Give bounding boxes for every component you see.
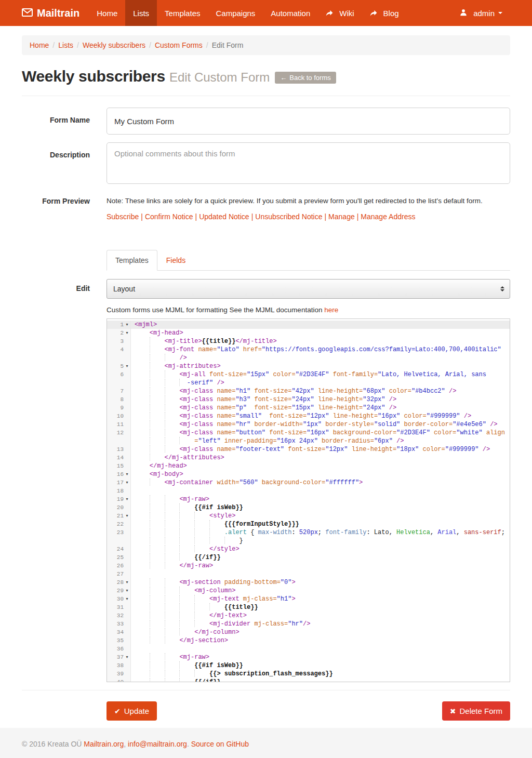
code-line[interactable]: <mj-title>{{title}}</mj-title>: [131, 337, 510, 345]
breadcrumb-item-home[interactable]: Home: [30, 41, 49, 49]
preview-link-manage-address[interactable]: Manage Address: [361, 212, 415, 221]
description-textarea[interactable]: [107, 142, 510, 184]
code-row-24[interactable]: 24</style>: [107, 545, 510, 553]
code-line[interactable]: <mj-text mj-class="h1">: [131, 595, 510, 603]
footer-link-source-on-github[interactable]: Source on GitHub: [191, 740, 249, 748]
code-row-17[interactable]: 17▾<mj-container width="560" background-…: [107, 478, 510, 487]
nav-item-campaigns[interactable]: Campaigns: [208, 0, 263, 26]
code-editor[interactable]: 1▾<mjml>2▾<mj-head>3<mj-title>{{title}}<…: [107, 318, 510, 682]
code-row-4[interactable]: 4<mj-font name="Lato" href="https://font…: [107, 345, 510, 354]
fold-toggle-icon[interactable]: ▾: [124, 329, 130, 337]
code-line[interactable]: <mj-section padding-bottom="0">: [131, 578, 510, 587]
breadcrumb-item-weekly-subscribers[interactable]: Weekly subscribers: [83, 41, 145, 49]
code-row-12[interactable]: 12<mj-class name="button" font-size="16p…: [107, 429, 510, 437]
code-line[interactable]: {{{formInputStyle}}}: [131, 520, 510, 528]
delete-form-button[interactable]: ✖Delete Form: [442, 701, 510, 721]
code-line[interactable]: ="left" inner-padding="16px 24px" border…: [131, 437, 510, 445]
code-row-5[interactable]: 5▾<mj-attributes>: [107, 362, 510, 370]
code-line[interactable]: <mj-class name="h1" font-size="42px" lin…: [131, 387, 510, 395]
preview-link-unsubscribed-notice[interactable]: Unsubscribed Notice: [255, 212, 322, 221]
code-line[interactable]: {{title}}: [131, 603, 510, 611]
code-row-23[interactable]: 23.alert { max-width: 520px; font-family…: [107, 528, 510, 537]
code-row-22[interactable]: 22{{{formInputStyle}}}: [107, 520, 510, 528]
update-button[interactable]: ✔Update: [107, 701, 157, 721]
code-line[interactable]: <style>: [131, 512, 510, 520]
form-name-input[interactable]: [107, 108, 510, 135]
code-line[interactable]: <mj-class name="p" font-size="15px" line…: [131, 404, 510, 412]
code-row-34[interactable]: 34</mj-column>: [107, 628, 510, 636]
code-line[interactable]: <mj-column>: [131, 587, 510, 595]
code-row-18[interactable]: 18: [107, 487, 510, 495]
code-row-wrap[interactable]: -serif" />: [107, 379, 510, 387]
code-row-14[interactable]: 14</mj-attributes>: [107, 454, 510, 462]
code-row-32[interactable]: 32</mj-text>: [107, 611, 510, 620]
code-row-20[interactable]: 20{{#if isWeb}}: [107, 503, 510, 512]
fold-toggle-icon[interactable]: ▾: [124, 495, 130, 503]
back-to-forms-button[interactable]: ←Back to forms: [275, 72, 336, 84]
code-line[interactable]: <mj-raw>: [131, 495, 510, 503]
code-line[interactable]: [131, 645, 510, 653]
code-row-29[interactable]: 29▾<mj-column>: [107, 587, 510, 595]
code-row-27[interactable]: 27: [107, 570, 510, 578]
code-row-33[interactable]: 33<mj-divider mj-class="hr"/>: [107, 620, 510, 628]
user-menu[interactable]: admin: [452, 0, 510, 26]
code-line[interactable]: -serif" />: [131, 379, 510, 387]
code-line[interactable]: }: [131, 537, 510, 545]
code-row-wrap[interactable]: ="left" inner-padding="16px 24px" border…: [107, 437, 510, 445]
code-line[interactable]: </mj-column>: [131, 628, 510, 636]
code-line[interactable]: </mj-head>: [131, 462, 510, 470]
code-line[interactable]: </mj-text>: [131, 611, 510, 620]
code-row-wrap[interactable]: }: [107, 537, 510, 545]
code-row-36[interactable]: 36: [107, 645, 510, 653]
nav-item-blog[interactable]: Blog: [362, 0, 407, 26]
code-line[interactable]: {{#if isWeb}}: [131, 661, 510, 670]
code-line[interactable]: <mj-container width="560" background-col…: [131, 478, 510, 487]
code-line[interactable]: <mj-body>: [131, 470, 510, 478]
code-row-8[interactable]: 8<mj-class name="h3" font-size="24px" li…: [107, 395, 510, 404]
nav-item-home[interactable]: Home: [89, 0, 125, 26]
fold-toggle-icon[interactable]: ▾: [124, 470, 130, 478]
preview-link-subscribe[interactable]: Subscribe: [107, 212, 139, 221]
code-row-wrap[interactable]: />: [107, 354, 510, 362]
code-line[interactable]: <mj-head>: [131, 329, 510, 337]
code-line[interactable]: <mj-all font-size="15px" color="#2D3E4F"…: [131, 370, 510, 379]
code-line[interactable]: {{> subscription_flash_messages}}: [131, 670, 510, 678]
mjml-doc-link[interactable]: here: [324, 306, 338, 314]
fold-toggle-icon[interactable]: ▾: [124, 578, 130, 587]
code-line[interactable]: <mjml>: [131, 321, 510, 329]
code-line[interactable]: <mj-class name="small" font-size="12px" …: [131, 412, 510, 420]
code-row-15[interactable]: 15</mj-head>: [107, 462, 510, 470]
code-row-9[interactable]: 9<mj-class name="p" font-size="15px" lin…: [107, 404, 510, 412]
code-line[interactable]: </style>: [131, 545, 510, 553]
footer-link-info-mailtrain-org[interactable]: info@mailtrain.org: [128, 740, 187, 748]
code-row-35[interactable]: 35</mj-section>: [107, 636, 510, 645]
code-row-37[interactable]: 37▾<mj-raw>: [107, 653, 510, 661]
code-row-10[interactable]: 10<mj-class name="small" font-size="12px…: [107, 412, 510, 420]
code-row-7[interactable]: 7<mj-class name="h1" font-size="42px" li…: [107, 387, 510, 395]
preview-link-confirm-notice[interactable]: Confirm Notice: [145, 212, 193, 221]
code-row-31[interactable]: 31{{title}}: [107, 603, 510, 611]
code-row-25[interactable]: 25{{/if}}: [107, 553, 510, 562]
code-line[interactable]: </mj-section>: [131, 636, 510, 645]
code-line[interactable]: [131, 487, 510, 495]
code-row-2[interactable]: 2▾<mj-head>: [107, 329, 510, 337]
code-line[interactable]: <mj-raw>: [131, 653, 510, 661]
code-line[interactable]: </mj-attributes>: [131, 454, 510, 462]
code-line[interactable]: />: [131, 354, 510, 362]
code-line[interactable]: <mj-class name="h3" font-size="24px" lin…: [131, 395, 510, 404]
fold-toggle-icon[interactable]: ▾: [124, 478, 130, 487]
code-row-3[interactable]: 3<mj-title>{{title}}</mj-title>: [107, 337, 510, 345]
code-row-6[interactable]: 6<mj-all font-size="15px" color="#2D3E4F…: [107, 370, 510, 379]
brand[interactable]: Mailtrain: [22, 0, 79, 26]
code-line[interactable]: {{/if}}: [131, 678, 510, 682]
code-row-19[interactable]: 19▾<mj-raw>: [107, 495, 510, 503]
fold-toggle-icon[interactable]: ▾: [124, 595, 130, 603]
code-row-1[interactable]: 1▾<mjml>: [107, 321, 510, 329]
fold-toggle-icon[interactable]: ▾: [124, 653, 130, 661]
code-line[interactable]: .alert { max-width: 520px; font-family: …: [131, 528, 510, 537]
code-line[interactable]: [131, 570, 510, 578]
footer-link-mailtrain-org[interactable]: Mailtrain.org: [84, 740, 124, 748]
code-row-30[interactable]: 30▾<mj-text mj-class="h1">: [107, 595, 510, 603]
nav-item-wiki[interactable]: Wiki: [318, 0, 362, 26]
code-line[interactable]: <mj-class name="button" font-size="16px"…: [131, 429, 510, 437]
